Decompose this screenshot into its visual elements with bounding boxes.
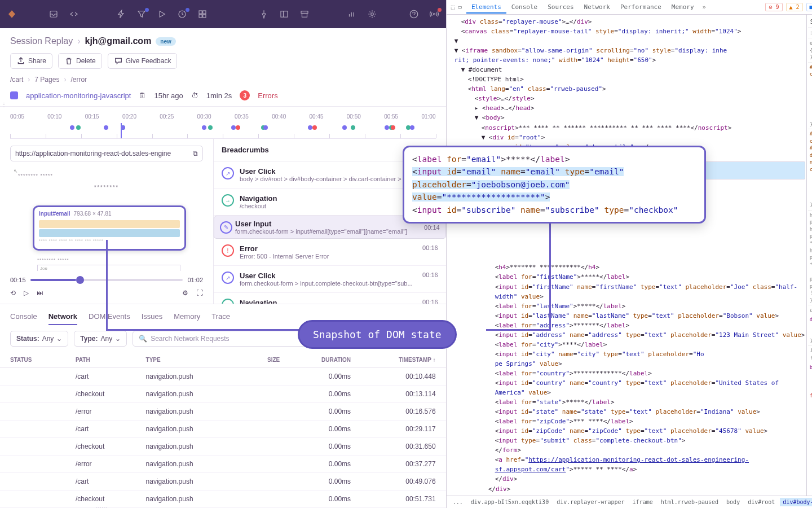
svg-point-11 bbox=[433, 14, 435, 15]
play-icon[interactable] bbox=[157, 9, 167, 19]
inspect-icon[interactable]: ⬚ bbox=[451, 3, 455, 11]
search-icon: 🔍 bbox=[139, 335, 147, 343]
devtools-tab-console[interactable]: Console bbox=[506, 1, 542, 13]
tab-memory[interactable]: Memory bbox=[174, 309, 200, 325]
chevron-down-icon: ⌄ bbox=[115, 335, 121, 343]
devtools: ⬚ ▭ ElementsConsoleSourcesNetworkPerform… bbox=[446, 0, 812, 508]
table-row[interactable]: /checkoutnavigation.push0.00ms00:13.114 bbox=[0, 386, 446, 403]
devtools-tab-performance[interactable]: Performance bbox=[615, 1, 667, 13]
stats-icon[interactable] bbox=[347, 9, 357, 19]
breadcrumb-row[interactable]: !ErrorError: 500 - Internal Server Error… bbox=[214, 239, 446, 266]
warn-count[interactable]: ▲ 2 bbox=[786, 3, 803, 11]
skip-icon[interactable]: ⏭ bbox=[37, 289, 43, 297]
archive-icon[interactable] bbox=[299, 9, 310, 19]
devtools-tab-elements[interactable]: Elements bbox=[466, 1, 506, 14]
svg-rect-2 bbox=[199, 11, 202, 14]
status-filter[interactable]: Status:Any⌄ bbox=[10, 331, 68, 347]
help-icon[interactable] bbox=[409, 9, 419, 19]
project-name[interactable]: application-monitoring-javascript bbox=[26, 91, 131, 100]
dom-tree[interactable]: <div class="replayer-mouse">…</div> <can… bbox=[447, 15, 806, 496]
svg-rect-6 bbox=[281, 11, 288, 17]
dashboard-icon[interactable] bbox=[197, 9, 208, 19]
gear-icon[interactable]: ⚙ bbox=[182, 289, 188, 297]
more-tabs-icon[interactable]: » bbox=[703, 3, 707, 11]
error-badge[interactable]: 3 bbox=[240, 90, 250, 100]
duration-label: 1min 2s bbox=[206, 91, 232, 100]
svg-rect-5 bbox=[203, 15, 206, 17]
play-btn-icon[interactable]: ▷ bbox=[24, 289, 29, 297]
type-filter[interactable]: Type:Any⌄ bbox=[74, 331, 127, 347]
devtools-tabbar: ⬚ ▭ ElementsConsoleSourcesNetworkPerform… bbox=[447, 0, 812, 15]
snapshot-pill: Snapshot of DOM state bbox=[298, 320, 457, 349]
tab-dom-events[interactable]: DOM Events bbox=[89, 309, 130, 325]
error-label[interactable]: Errors bbox=[258, 91, 277, 100]
table-row[interactable]: /cartnavigation.push0.00ms00:49.076 bbox=[0, 473, 446, 491]
expand-icon[interactable]: ⛶ bbox=[196, 289, 203, 297]
svg-point-10 bbox=[410, 10, 418, 18]
tab-trace[interactable]: Trace bbox=[211, 309, 230, 325]
chevron-down-icon: ⌄ bbox=[56, 335, 62, 343]
svg-rect-4 bbox=[199, 15, 202, 17]
topbar bbox=[0, 0, 446, 28]
pin-icon[interactable] bbox=[259, 9, 269, 19]
table-row[interactable]: /checkoutnavigation.push0.00ms00:51.731 bbox=[0, 491, 446, 508]
feedback-button[interactable]: Give Feedback bbox=[108, 53, 178, 69]
table-row[interactable]: /checkoutnavigation.push0.00ms00:31.650 bbox=[0, 438, 446, 456]
network-table: STATUSPATHTYPESIZEDURATIONTIMESTAMP ↑ /c… bbox=[0, 352, 446, 508]
styles-pane[interactable]: Styles » :hov .cls element.style {} #bod… bbox=[806, 15, 812, 496]
code-icon[interactable] bbox=[69, 9, 79, 19]
tab-console[interactable]: Console bbox=[10, 309, 37, 325]
table-row[interactable]: /errornavigation.push0.00ms00:16.576 bbox=[0, 403, 446, 421]
dom-snapshot-callout: <label for="email">*****</label> <input … bbox=[403, 146, 706, 224]
page-header: Session Replay › kjh@gmail.com new Share… bbox=[0, 28, 446, 107]
project-square-icon bbox=[10, 91, 18, 99]
funnel-icon[interactable] bbox=[136, 9, 147, 19]
devtools-tab-memory[interactable]: Memory bbox=[667, 1, 699, 13]
tab-network[interactable]: Network bbox=[48, 309, 77, 325]
clock-icon[interactable] bbox=[177, 9, 187, 19]
calendar-icon: 🗓 bbox=[139, 91, 146, 100]
age-label: 15hr ago bbox=[154, 91, 183, 100]
devtools-tab-sources[interactable]: Sources bbox=[542, 1, 579, 13]
info-count[interactable]: ■ 2 bbox=[806, 3, 812, 11]
svg-rect-8 bbox=[302, 14, 307, 17]
dom-highlight: input#email793.68 × 47.81 **** **** ****… bbox=[33, 205, 186, 251]
error-count[interactable]: ⊘ 9 bbox=[765, 3, 782, 11]
inbox-icon[interactable] bbox=[48, 9, 59, 19]
breadcrumb-row[interactable]: ↗User Clickform.checkout-form > input.co… bbox=[214, 266, 446, 293]
device-icon[interactable]: ▭ bbox=[458, 3, 462, 11]
crumb-user[interactable]: kjh@gmail.com bbox=[85, 36, 152, 46]
table-row[interactable]: /cartnavigation.push0.00ms00:29.117 bbox=[0, 421, 446, 438]
dom-breadcrumb[interactable]: ...div.app-bIt5xn.eqqkti30div.replayer-w… bbox=[447, 496, 812, 508]
breadcrumb-row[interactable]: →Navigation/error00:16 bbox=[214, 293, 446, 304]
rewind-icon[interactable]: ⟲ bbox=[10, 289, 16, 297]
table-row[interactable]: /errornavigation.push0.00ms00:37.277 bbox=[0, 456, 446, 473]
svg-point-9 bbox=[370, 13, 373, 16]
tab-issues[interactable]: Issues bbox=[142, 309, 163, 325]
badge-new: new bbox=[156, 37, 175, 46]
logo-icon bbox=[7, 9, 17, 19]
gear-icon[interactable] bbox=[367, 9, 377, 19]
delete-button[interactable]: Delete bbox=[58, 53, 102, 69]
clock-icon: ⏱ bbox=[191, 91, 198, 100]
breadcrumb: /cart› 7 Pages› /error bbox=[10, 76, 436, 84]
url-bar[interactable]: https://application-monitoring-react-dot… bbox=[10, 146, 203, 161]
devtools-tab-network[interactable]: Network bbox=[579, 1, 615, 13]
crumb-root[interactable]: Session Replay bbox=[10, 36, 73, 46]
timeline[interactable]: 00:0500:1000:1500:2000:2500:3000:3500:40… bbox=[0, 107, 446, 139]
copy-icon[interactable]: ⧉ bbox=[193, 150, 198, 157]
svg-rect-3 bbox=[203, 11, 206, 14]
table-row[interactable]: /cartnavigation.push0.00ms00:10.448 bbox=[0, 368, 446, 386]
panel-icon[interactable] bbox=[279, 9, 289, 19]
broadcast-icon[interactable] bbox=[429, 9, 439, 19]
bolt-icon[interactable] bbox=[116, 9, 126, 19]
share-button[interactable]: Share bbox=[10, 53, 52, 69]
